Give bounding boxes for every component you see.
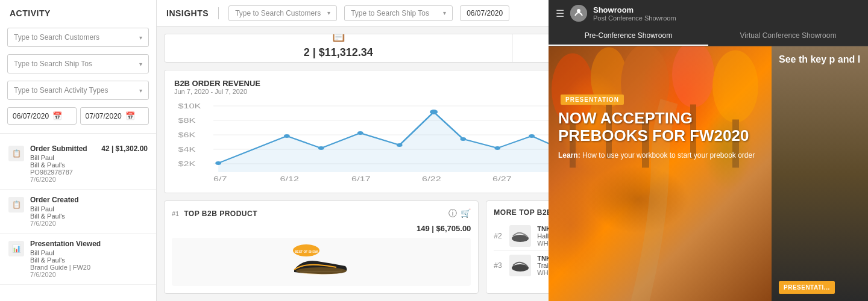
date-end-field[interactable]: 07/07/2020 📅: [80, 107, 149, 125]
topbar-search-customers[interactable]: Type to Search Customers ▾: [228, 5, 337, 21]
svg-point-10: [215, 161, 221, 165]
svg-text:6/12: 6/12: [280, 176, 300, 182]
activity-type-label: Order Submitted: [30, 144, 87, 153]
tab-virtual-conference[interactable]: Virtual Conference Showroom: [708, 26, 868, 46]
product-title: TOP B2B PRODUCT: [184, 209, 257, 218]
sidebar-search-customers[interactable]: Type to Search Customers ▾: [7, 28, 149, 47]
activity-person: Bill Paul: [30, 205, 148, 213]
showroom-overlay: ☰ Showroom Post Conference Showroom Pre-…: [549, 0, 868, 301]
overlay-logo: [570, 5, 587, 22]
activity-content: Order Submitted 42 | $1,302.00 Bill Paul…: [30, 144, 148, 183]
svg-point-32: [296, 267, 347, 275]
product-rank-2: #2: [494, 232, 503, 240]
abandoned-orders-label: Abandoned Orders: [310, 63, 366, 63]
activity-date: 7/6/2020: [30, 176, 148, 183]
svg-text:$6K: $6K: [178, 132, 196, 138]
brand-name: Showroom: [593, 5, 861, 14]
topbar-title: INSIGHTS: [166, 8, 209, 18]
chevron-down-icon: ▾: [327, 10, 330, 16]
sidebar-customers-label: Type to Search Customers: [14, 33, 99, 42]
chevron-down-icon: ▾: [139, 34, 142, 41]
svg-point-36: [577, 9, 580, 13]
sidebar-search-activity-types[interactable]: Type to Search Activity Types ▾: [7, 81, 149, 100]
abandoned-orders-value: 2 | $11,312.34: [304, 46, 373, 59]
product-value: 149 | $6,705.00: [172, 224, 471, 233]
svg-text:$4K: $4K: [178, 146, 196, 153]
product-thumb-2: [509, 225, 531, 247]
svg-text:$2K: $2K: [178, 161, 196, 167]
activity-type-icon: 📋: [8, 197, 24, 213]
topbar-customers-label: Type to Search Customers: [235, 9, 321, 17]
activity-content: Order Created Bill Paul Bill & Paul's 7/…: [30, 196, 148, 227]
activity-person: Bill Paul: [30, 154, 148, 161]
product-icons: ⓘ 🛒: [448, 208, 471, 219]
activity-item: 📋 Order Created Bill Paul Bill & Paul's …: [0, 190, 156, 234]
svg-point-16: [461, 137, 467, 141]
svg-point-12: [318, 146, 324, 150]
stat-abandoned-orders: 📋 2 | $11,312.34 Abandoned Orders: [165, 34, 513, 62]
presentation-badge: PRESENTATION: [561, 95, 624, 105]
activity-date: 7/6/2020: [30, 220, 148, 227]
learn-text: How to use your workbook to start your p…: [582, 151, 755, 160]
activity-type-label: Presentation Viewed: [30, 240, 101, 248]
top-product-header: #1 TOP B2B PRODUCT ⓘ 🛒: [172, 208, 471, 219]
activity-type-icon: 📊: [8, 241, 24, 256]
svg-point-17: [494, 146, 500, 150]
activity-list: 📋 Order Submitted 42 | $1,302.00 Bill Pa…: [0, 138, 156, 301]
activity-item: 📋 Order Submitted 42 | $1,302.00 Bill Pa…: [0, 138, 156, 190]
activity-type-label: Order Created: [30, 196, 79, 204]
overlay-right-bg: See th key p and l PRESENTATI...: [772, 46, 868, 301]
sidebar-activity-types-label: Type to Search Activity Types: [14, 86, 108, 95]
calendar-icon: 📅: [52, 111, 62, 120]
activity-person: Bill Paul: [30, 249, 148, 256]
topbar-search-ship-tos[interactable]: Type to Search Ship Tos ▾: [344, 5, 453, 21]
svg-point-13: [357, 131, 363, 135]
activity-header: Presentation Viewed: [30, 240, 148, 248]
activity-date: 7/6/2020: [30, 271, 148, 278]
calendar-icon: 📅: [125, 111, 135, 120]
topbar-ship-tos-label: Type to Search Ship Tos: [351, 9, 429, 17]
tab-pre-conference[interactable]: Pre-Conference Showroom: [549, 26, 708, 46]
svg-text:6/17: 6/17: [351, 176, 371, 182]
svg-text:BEST OF SHOW: BEST OF SHOW: [295, 250, 318, 253]
info-icon[interactable]: ⓘ: [448, 208, 457, 219]
sidebar-title: ACTIVITY: [0, 0, 156, 24]
sidebar-search-ship-tos[interactable]: Type to Search Ship Tos ▾: [7, 54, 149, 73]
top-product-card: #1 TOP B2B PRODUCT ⓘ 🛒 149 | $6,705.00: [164, 200, 479, 294]
svg-text:6/27: 6/27: [492, 176, 512, 182]
topbar-divider: [218, 7, 219, 19]
cart-icon[interactable]: 🛒: [461, 208, 471, 219]
menu-icon[interactable]: ☰: [556, 8, 564, 19]
overlay-topbar: ☰ Showroom Post Conference Showroom: [549, 0, 868, 26]
svg-text:$10K: $10K: [178, 103, 201, 110]
overlay-left: PRESENTATION NOW ACCEPTING PREBOOKS FOR …: [549, 46, 772, 301]
svg-point-14: [397, 143, 403, 147]
chevron-down-icon: ▾: [443, 10, 446, 16]
svg-point-43: [672, 46, 714, 108]
sidebar-ship-tos-label: Type to Search Ship Tos: [14, 60, 92, 68]
topbar-date: 06/07/2020: [460, 5, 509, 21]
activity-company: Bill & Paul's: [30, 213, 148, 220]
activity-type-icon: 📋: [8, 146, 24, 161]
overlay-brand: Showroom Post Conference Showroom: [593, 5, 861, 22]
activity-po: Brand Guide | FW20: [30, 264, 148, 271]
overlay-tabs: Pre-Conference Showroom Virtual Conferen…: [549, 26, 868, 46]
date-end-value: 07/07/2020: [86, 112, 122, 120]
activity-amount: 42 | $1,302.00: [101, 144, 148, 153]
learn-label: Learn:: [558, 151, 580, 160]
product-image: BEST OF SHOW: [172, 238, 471, 286]
sidebar: ACTIVITY Type to Search Customers ▾ Type…: [0, 0, 157, 301]
brand-sub: Post Conference Showroom: [593, 14, 861, 22]
date-start-field[interactable]: 06/07/2020 📅: [7, 107, 77, 125]
product-rank: #1: [172, 210, 179, 217]
chevron-down-icon: ▾: [139, 61, 142, 67]
product-rank-3: #3: [494, 261, 503, 270]
overlay-right-text: See th key p and l: [779, 54, 861, 66]
activity-company: Bill & Paul's: [30, 256, 148, 264]
svg-text:$8K: $8K: [178, 117, 196, 124]
sidebar-date-range: 06/07/2020 📅 07/07/2020 📅: [7, 107, 149, 125]
svg-point-15: [430, 110, 438, 114]
shoe-image: BEST OF SHOW: [288, 241, 354, 283]
overlay-presentation-button[interactable]: PRESENTATI...: [779, 281, 835, 294]
activity-company: Bill & Paul's: [30, 161, 148, 169]
